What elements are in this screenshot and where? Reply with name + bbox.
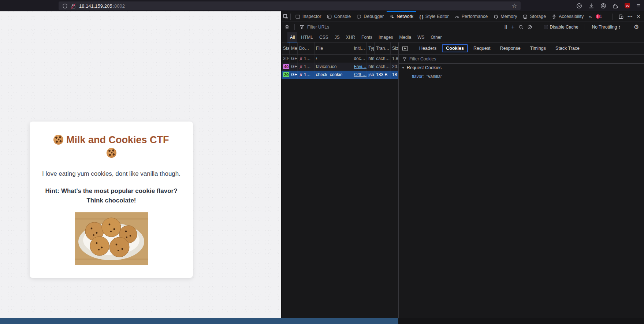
- details-tab-timings[interactable]: Timings: [526, 44, 550, 52]
- tab-memory[interactable]: Memory: [491, 11, 520, 22]
- filter-funnel-icon: [299, 25, 304, 29]
- details-tab-headers[interactable]: Headers: [415, 44, 440, 52]
- pocket-icon[interactable]: [576, 3, 582, 9]
- url-bar[interactable]: 18.141.159.205:8002 ☆: [59, 1, 521, 10]
- extensions-puzzle-icon[interactable]: [613, 3, 618, 9]
- tab-console[interactable]: Console: [324, 11, 354, 22]
- console-icon: [327, 14, 332, 19]
- insecure-lock-icon[interactable]: [71, 3, 76, 9]
- pause-icon[interactable]: ||: [505, 25, 507, 29]
- block-request-icon[interactable]: [527, 25, 532, 30]
- tab-debugger[interactable]: Debugger: [354, 11, 387, 22]
- ctf-card: Milk and Cookies CTF I love eating yum c…: [30, 122, 193, 278]
- downloads-icon[interactable]: [588, 3, 594, 9]
- page-title-text: Milk and Cookies CTF: [66, 134, 169, 145]
- details-tab-request[interactable]: Request: [469, 44, 495, 52]
- accessibility-person-icon: [552, 14, 556, 19]
- cookie-filter-row: [399, 55, 644, 64]
- type-filter-images[interactable]: Images: [376, 32, 395, 42]
- tab-network[interactable]: Network: [387, 11, 416, 22]
- col-file[interactable]: File: [314, 42, 353, 54]
- devtools-tabbar: Inspector Console Debugger Network { } S…: [282, 11, 644, 22]
- col-method[interactable]: Me: [290, 42, 298, 54]
- throttling-dropdown[interactable]: No Throttling ▴▾: [590, 24, 622, 30]
- devtools-meta-controls: ••• ×: [611, 13, 643, 20]
- details-tabbar: ▶ Headers Cookies Request Response Timin…: [399, 42, 644, 55]
- disable-cache-checkbox[interactable]: [544, 25, 548, 29]
- memory-chip-icon: [494, 14, 498, 19]
- ublock-origin-icon[interactable]: uO: [625, 3, 630, 8]
- separator: [584, 24, 584, 30]
- inspector-icon: [295, 14, 300, 19]
- initiator-link[interactable]: Favi…: [354, 64, 366, 69]
- details-tab-cookies[interactable]: Cookies: [442, 44, 468, 52]
- account-icon[interactable]: [600, 3, 606, 9]
- request-row-favicon[interactable]: 404 GET 1… favicon.ico Favi… htm cach… 2…: [282, 63, 398, 71]
- browser-toolbar: 18.141.159.205:8002 ☆ uO ≡: [0, 0, 644, 11]
- type-filter-html[interactable]: HTML: [298, 32, 316, 42]
- type-filter-media[interactable]: Media: [397, 32, 414, 42]
- intro-text: I love eating yum cookies, dont like van…: [41, 170, 182, 178]
- separator: [628, 24, 628, 30]
- responsive-design-icon[interactable]: [618, 14, 624, 19]
- tab-inspector[interactable]: Inspector: [293, 11, 324, 22]
- network-toolbar-right: || + Disable Cache No Throttling ▴▾: [505, 24, 641, 30]
- pick-element-icon[interactable]: [283, 14, 289, 19]
- bottom-bar-highlight: [0, 318, 398, 324]
- toggle-details-pane-icon[interactable]: ▶: [402, 46, 408, 51]
- separator: [613, 14, 613, 20]
- network-icon: [390, 14, 394, 19]
- search-icon[interactable]: [518, 25, 524, 30]
- details-tab-stack-trace[interactable]: Stack Trace: [551, 44, 584, 52]
- network-main: Sta Me Do… File Initi… Typ Tran… Siz 304…: [282, 42, 644, 318]
- cookie-value: "vanilla": [427, 74, 442, 79]
- hamburger-menu-icon[interactable]: ≡: [636, 3, 640, 9]
- new-request-plus-icon[interactable]: +: [511, 24, 514, 30]
- type-filter-other[interactable]: Other: [428, 32, 444, 42]
- details-tab-response[interactable]: Response: [496, 44, 524, 52]
- tab-storage[interactable]: Storage: [520, 11, 549, 22]
- type-filter-xhr[interactable]: XHR: [343, 32, 358, 42]
- col-size[interactable]: Siz: [391, 42, 398, 54]
- storage-icon: [523, 14, 528, 19]
- type-filter-all[interactable]: All: [287, 32, 297, 42]
- collapse-caret-icon: ▼: [402, 66, 405, 70]
- insecure-lock-icon: [299, 73, 303, 77]
- devtools-options-icon[interactable]: •••: [628, 15, 633, 19]
- close-devtools-icon[interactable]: ×: [636, 13, 640, 20]
- performance-icon: [455, 14, 459, 19]
- insecure-lock-icon: [299, 57, 303, 60]
- type-filter-ws[interactable]: WS: [415, 32, 427, 42]
- cookie-entry[interactable]: flavor: "vanilla": [399, 72, 644, 79]
- filter-cookies-input[interactable]: [409, 56, 490, 62]
- initiator-link[interactable]: /:23 …: [354, 72, 366, 77]
- tracking-shield-icon[interactable]: [62, 3, 68, 9]
- request-row-root[interactable]: 304 GET 1… / doc… htm cach… 1.8: [282, 55, 398, 63]
- network-settings-gear-icon[interactable]: ⚙: [634, 24, 639, 30]
- tab-accessibility[interactable]: Accessibility: [549, 11, 587, 22]
- clear-requests-trash-icon[interactable]: [284, 25, 290, 30]
- type-filter-css[interactable]: CSS: [317, 32, 331, 42]
- bookmark-star-icon[interactable]: ☆: [512, 3, 517, 9]
- col-domain[interactable]: Do…: [298, 42, 314, 54]
- tab-performance[interactable]: Performance: [452, 11, 491, 22]
- more-tools-chevron-icon[interactable]: »: [589, 14, 592, 19]
- type-filter-js[interactable]: JS: [332, 32, 342, 42]
- col-status[interactable]: Sta: [282, 42, 290, 54]
- type-filter-fonts[interactable]: Fonts: [359, 32, 375, 42]
- col-type[interactable]: Typ: [367, 42, 375, 54]
- page-title: Milk and Cookies CTF: [41, 133, 182, 160]
- request-details-pane: ▶ Headers Cookies Request Response Timin…: [399, 42, 644, 318]
- status-badge: 200: [283, 72, 290, 77]
- request-cookies-section-header[interactable]: ▼ Request Cookies: [399, 64, 644, 72]
- status-badge: 404: [283, 64, 290, 69]
- request-row-check-cookie[interactable]: 200 GET 1… check_cookie /:23 … jso 183 B…: [282, 71, 398, 79]
- tab-style-editor[interactable]: { } Style Editor: [416, 11, 452, 22]
- col-initiator[interactable]: Initi…: [352, 42, 367, 54]
- cookie-emoji-icon: [53, 135, 63, 145]
- disable-cache-toggle[interactable]: Disable Cache: [544, 25, 578, 30]
- col-transferred[interactable]: Tran…: [375, 42, 391, 54]
- error-counter[interactable]: ! 1: [596, 14, 602, 19]
- filter-urls-input[interactable]: [307, 25, 388, 30]
- braces-icon: { }: [419, 14, 423, 19]
